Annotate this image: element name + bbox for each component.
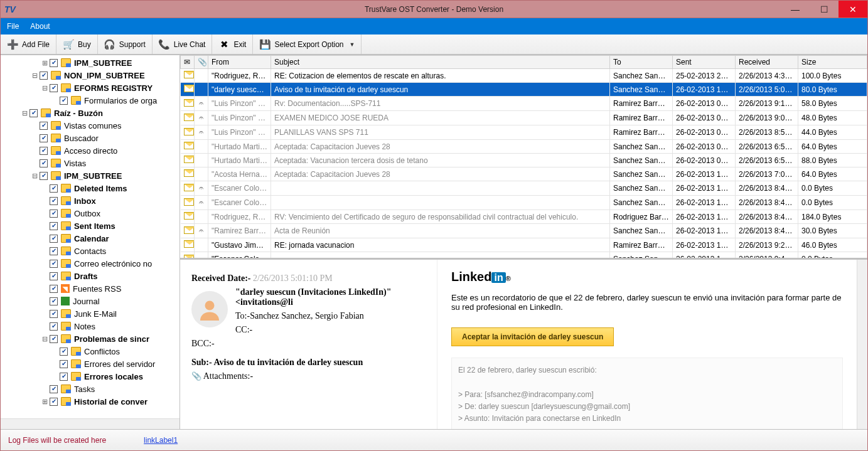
support-button[interactable]: 🎧 Support	[98, 34, 153, 54]
tree-item[interactable]: Vistas	[1, 157, 179, 169]
tree-item[interactable]: ◥Fuentes RSS	[1, 282, 179, 295]
checkbox[interactable]	[50, 335, 58, 343]
checkbox[interactable]	[40, 134, 48, 142]
checkbox[interactable]	[40, 159, 48, 167]
mail-row[interactable]: 𝄐"Luis Pinzon" <lui...Rv: Documentacion.…	[181, 97, 867, 111]
tree-item[interactable]: Correo electrónico no	[1, 257, 179, 270]
checkbox[interactable]	[50, 398, 58, 406]
tree-item[interactable]: Junk E-Mail	[1, 307, 179, 320]
checkbox[interactable]	[60, 373, 68, 381]
accept-invite-button[interactable]: Aceptar la invitación de darley suescun	[451, 327, 614, 346]
col-mail-icon[interactable]: ✉	[181, 56, 195, 69]
tree-item[interactable]: Tasks	[1, 383, 179, 395]
tree-item[interactable]: Calendar	[1, 232, 179, 245]
mail-row[interactable]: 𝄐"Luis Pinzon" <lui...PLANILLAS VANS SPS…	[181, 125, 867, 140]
tree-item[interactable]: Acceso directo	[1, 144, 179, 157]
mail-row[interactable]: 𝄐"Escaner Colomb...Sanchez Sanche...26-0…	[181, 181, 867, 196]
checkbox[interactable]	[40, 122, 48, 130]
col-sent[interactable]: Sent	[673, 56, 736, 69]
checkbox[interactable]	[40, 172, 48, 180]
tree-item[interactable]: Conflictos	[1, 345, 179, 358]
tree-hscroll[interactable]	[1, 418, 179, 429]
mail-row[interactable]: 𝄐"Escaner Colomb...Sanchez Sanche...26-0…	[181, 252, 867, 260]
checkbox[interactable]	[50, 322, 58, 331]
tree-item[interactable]: Deleted Items	[1, 182, 179, 194]
col-from[interactable]: From	[208, 56, 271, 69]
preview-body[interactable]: Linkedin® Este es un recordatorio de que…	[437, 260, 857, 429]
twisty-icon[interactable]: ⊟	[21, 109, 28, 117]
menu-file[interactable]: File	[7, 22, 19, 31]
tree-item[interactable]: Drafts	[1, 270, 179, 282]
preview-vscroll[interactable]	[857, 260, 867, 429]
twisty-icon[interactable]: ⊟	[31, 72, 38, 80]
checkbox[interactable]	[50, 285, 58, 293]
checkbox[interactable]	[40, 147, 48, 155]
tree-item[interactable]: Errores del servidor	[1, 358, 179, 370]
col-attach-icon[interactable]: 📎	[195, 56, 208, 69]
twisty-icon[interactable]: ⊞	[41, 398, 48, 406]
tree-item[interactable]: Vistas comunes	[1, 119, 179, 132]
link-label[interactable]: linkLabel1	[144, 436, 178, 445]
maximize-button[interactable]: ☐	[810, 1, 839, 18]
checkbox[interactable]	[50, 59, 58, 67]
tree-item[interactable]: ⊟Problemas de sincr	[1, 332, 179, 345]
checkbox[interactable]	[50, 310, 58, 318]
mail-row[interactable]: "darley suescun (...Aviso de tu invitaci…	[181, 83, 867, 97]
checkbox[interactable]	[50, 210, 58, 218]
live-chat-button[interactable]: 📞 Live Chat	[153, 34, 213, 54]
twisty-icon[interactable]: ⊟	[41, 84, 48, 92]
tree-item[interactable]: Formularios de orga	[1, 94, 179, 107]
twisty-icon[interactable]: ⊞	[41, 59, 48, 67]
tree-item[interactable]: ⊟EFORMS REGISTRY	[1, 82, 179, 94]
tree-item[interactable]: Journal	[1, 295, 179, 307]
checkbox[interactable]	[50, 222, 58, 230]
mail-row[interactable]: 𝄐"Luis Pinzon" <lui...EXAMEN MEDICO JOSE…	[181, 111, 867, 125]
mail-row[interactable]: "Acosta Hernand...Aceptada: Capacitacion…	[181, 167, 867, 181]
tree-item[interactable]: ⊟IPM_SUBTREE	[1, 169, 179, 182]
tree-item[interactable]: Sent Items	[1, 220, 179, 232]
minimize-button[interactable]: —	[781, 1, 810, 18]
tree-item[interactable]: Outbox	[1, 207, 179, 220]
exit-button[interactable]: ✖ Exit	[212, 34, 253, 54]
tree-item[interactable]: Buscador	[1, 132, 179, 144]
checkbox[interactable]	[40, 72, 48, 80]
checkbox[interactable]	[60, 348, 68, 356]
close-button[interactable]: ✕	[839, 1, 867, 18]
checkbox[interactable]	[50, 297, 58, 305]
checkbox[interactable]	[50, 197, 58, 205]
mail-row[interactable]: 𝄐"Escaner Colomb...Sanchez Sanche...26-0…	[181, 196, 867, 210]
mail-row[interactable]: "Hurtado Martine...Aceptada: Vacunacion …	[181, 154, 867, 167]
checkbox[interactable]	[50, 84, 58, 92]
col-to[interactable]: To	[610, 56, 673, 69]
mail-row[interactable]: "Gustavo Jimene...RE: jornada vacunacion…	[181, 238, 867, 252]
tree-item[interactable]: ⊞IPM_SUBTREE	[1, 56, 179, 69]
mail-list[interactable]: ✉ 📎 From Subject To Sent Received Size "…	[180, 55, 867, 260]
col-size[interactable]: Size	[798, 56, 867, 69]
tree-item[interactable]: ⊟NON_IPM_SUBTREE	[1, 69, 179, 82]
checkbox[interactable]	[50, 235, 58, 243]
mail-row[interactable]: "Rodriguez, Roci...RV: Vencimiento del C…	[181, 210, 867, 224]
col-subject[interactable]: Subject	[271, 56, 610, 69]
checkbox[interactable]	[60, 97, 68, 105]
add-file-button[interactable]: ➕ Add File	[1, 34, 56, 54]
col-received[interactable]: Received	[736, 56, 798, 69]
checkbox[interactable]	[50, 272, 58, 280]
checkbox[interactable]	[50, 260, 58, 268]
checkbox[interactable]	[50, 184, 58, 193]
menu-about[interactable]: About	[30, 22, 50, 31]
tree-scroll[interactable]: ⊞IPM_SUBTREE⊟NON_IPM_SUBTREE⊟EFORMS REGI…	[1, 55, 179, 418]
tree-item[interactable]: Notes	[1, 320, 179, 332]
mail-row[interactable]: "Rodriguez, Roci...RE: Cotizacion de ele…	[181, 69, 867, 83]
checkbox[interactable]	[29, 109, 38, 117]
mail-row[interactable]: 𝄐"Ramirez Barrera,...Acta de ReuniónSanc…	[181, 224, 867, 238]
tree-item[interactable]: Errores locales	[1, 370, 179, 383]
tree-item[interactable]: Inbox	[1, 194, 179, 207]
export-button[interactable]: 💾 Select Export Option ▼	[253, 34, 362, 54]
buy-button[interactable]: 🛒 Buy	[56, 34, 98, 54]
twisty-icon[interactable]: ⊟	[31, 172, 38, 180]
twisty-icon[interactable]: ⊟	[41, 335, 48, 343]
checkbox[interactable]	[50, 385, 58, 393]
tree-item[interactable]: Contacts	[1, 245, 179, 257]
checkbox[interactable]	[50, 247, 58, 255]
tree-item[interactable]: ⊞Historial de conver	[1, 395, 179, 408]
